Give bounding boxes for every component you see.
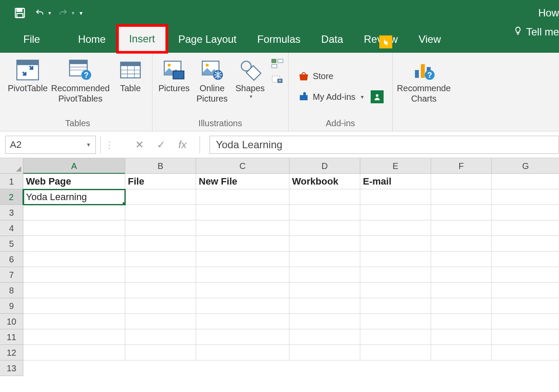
cell-B3[interactable] <box>125 205 196 220</box>
cell-D12[interactable] <box>289 345 360 360</box>
cell-F5[interactable] <box>431 236 492 252</box>
cell-G9[interactable] <box>492 298 559 314</box>
cell-B1[interactable]: File <box>125 174 196 189</box>
cell-G6[interactable] <box>492 252 559 267</box>
online-pictures-button[interactable]: Online Pictures <box>195 54 229 104</box>
cell-D9[interactable] <box>289 298 360 314</box>
qat-customize-icon[interactable]: ▾ <box>79 10 83 16</box>
tab-view[interactable]: View <box>408 26 451 53</box>
col-head-A[interactable]: A <box>23 158 125 174</box>
cell-D8[interactable] <box>289 283 360 298</box>
row-head-9[interactable]: 9 <box>0 298 23 314</box>
cell-E9[interactable] <box>360 298 431 314</box>
cell-D7[interactable] <box>289 267 360 283</box>
row-head-4[interactable]: 4 <box>0 220 23 236</box>
col-head-C[interactable]: C <box>196 158 289 174</box>
cell-A10[interactable] <box>23 314 125 329</box>
cell-D11[interactable] <box>289 329 360 345</box>
cell-B2[interactable] <box>125 189 196 205</box>
tab-home[interactable]: Home <box>68 26 116 53</box>
people-graph-icon[interactable] <box>371 90 384 103</box>
store-button[interactable]: Store <box>297 70 333 83</box>
cell-E7[interactable] <box>360 267 431 283</box>
cell-C11[interactable] <box>196 329 289 345</box>
row-head-10[interactable]: 10 <box>0 314 23 329</box>
cell-D2[interactable] <box>289 189 360 205</box>
cell-E1[interactable]: E-mail <box>360 174 431 189</box>
smartart-icon[interactable] <box>271 57 284 70</box>
cell-D4[interactable] <box>289 220 360 236</box>
cell-E4[interactable] <box>360 220 431 236</box>
name-box-dropdown-icon[interactable]: ▼ <box>86 142 91 148</box>
cell-B8[interactable] <box>125 283 196 298</box>
cell-D6[interactable] <box>289 252 360 267</box>
name-box[interactable]: A2 ▼ <box>5 136 96 154</box>
cell-A11[interactable] <box>23 329 125 345</box>
cell-C8[interactable] <box>196 283 289 298</box>
shapes-button[interactable]: Shapes <box>233 54 267 99</box>
cell-F11[interactable] <box>431 329 492 345</box>
row-head-8[interactable]: 8 <box>0 283 23 298</box>
cell-A3[interactable] <box>23 205 125 220</box>
col-head-F[interactable]: F <box>431 158 492 174</box>
cell-C1[interactable]: New File <box>196 174 289 189</box>
cell-B10[interactable] <box>125 314 196 329</box>
cell-F12[interactable] <box>431 345 492 360</box>
row-head-5[interactable]: 5 <box>0 236 23 252</box>
row-head-11[interactable]: 11 <box>0 329 23 345</box>
cell-F10[interactable] <box>431 314 492 329</box>
row-head-1[interactable]: 1 <box>0 174 23 189</box>
cell-B11[interactable] <box>125 329 196 345</box>
row-head-6[interactable]: 6 <box>0 252 23 267</box>
cell-A12[interactable] <box>23 345 125 360</box>
cell-D1[interactable]: Workbook <box>289 174 360 189</box>
bing-maps-icon[interactable] <box>379 35 392 48</box>
cell-G12[interactable] <box>492 345 559 360</box>
cell-E5[interactable] <box>360 236 431 252</box>
cell-B12[interactable] <box>125 345 196 360</box>
my-addins-button[interactable]: My Add-ins ▾ <box>297 90 384 103</box>
undo-icon[interactable] <box>33 6 47 20</box>
cell-B5[interactable] <box>125 236 196 252</box>
tab-data[interactable]: Data <box>311 26 354 53</box>
cell-E3[interactable] <box>360 205 431 220</box>
screenshot-icon[interactable]: + <box>271 73 284 86</box>
col-head-B[interactable]: B <box>125 158 196 174</box>
cell-G1[interactable] <box>492 174 559 189</box>
cell-G2[interactable] <box>492 189 559 205</box>
cell-F1[interactable] <box>431 174 492 189</box>
table-button[interactable]: Table <box>113 54 148 93</box>
col-head-E[interactable]: E <box>360 158 431 174</box>
cell-F2[interactable] <box>431 189 492 205</box>
formula-drag-icon[interactable]: ⋮ <box>105 140 114 150</box>
cell-F4[interactable] <box>431 220 492 236</box>
cell-G3[interactable] <box>492 205 559 220</box>
tab-page-layout[interactable]: Page Layout <box>168 26 247 53</box>
cell-C9[interactable] <box>196 298 289 314</box>
cell-A8[interactable] <box>23 283 125 298</box>
pivot-table-button[interactable]: PivotTable <box>8 54 48 93</box>
cell-E6[interactable] <box>360 252 431 267</box>
cell-C2[interactable] <box>196 189 289 205</box>
cell-B9[interactable] <box>125 298 196 314</box>
cell-A4[interactable] <box>23 220 125 236</box>
cell-C7[interactable] <box>196 267 289 283</box>
cell-E12[interactable] <box>360 345 431 360</box>
cell-F3[interactable] <box>431 205 492 220</box>
row-head-7[interactable]: 7 <box>0 267 23 283</box>
cell-A9[interactable] <box>23 298 125 314</box>
cell-G4[interactable] <box>492 220 559 236</box>
cell-D10[interactable] <box>289 314 360 329</box>
row-head-3[interactable]: 3 <box>0 205 23 220</box>
cell-D5[interactable] <box>289 236 360 252</box>
cell-E10[interactable] <box>360 314 431 329</box>
cell-A7[interactable] <box>23 267 125 283</box>
cell-A1[interactable]: Web Page <box>23 174 125 189</box>
col-head-D[interactable]: D <box>289 158 360 174</box>
save-icon[interactable] <box>13 6 27 20</box>
cell-C6[interactable] <box>196 252 289 267</box>
undo-dropdown-icon[interactable]: ▾ <box>48 10 51 16</box>
spreadsheet-grid[interactable]: ABCDEFG1Web PageFileNew FileWorkbookE-ma… <box>0 158 559 376</box>
col-head-G[interactable]: G <box>492 158 559 174</box>
cell-B7[interactable] <box>125 267 196 283</box>
